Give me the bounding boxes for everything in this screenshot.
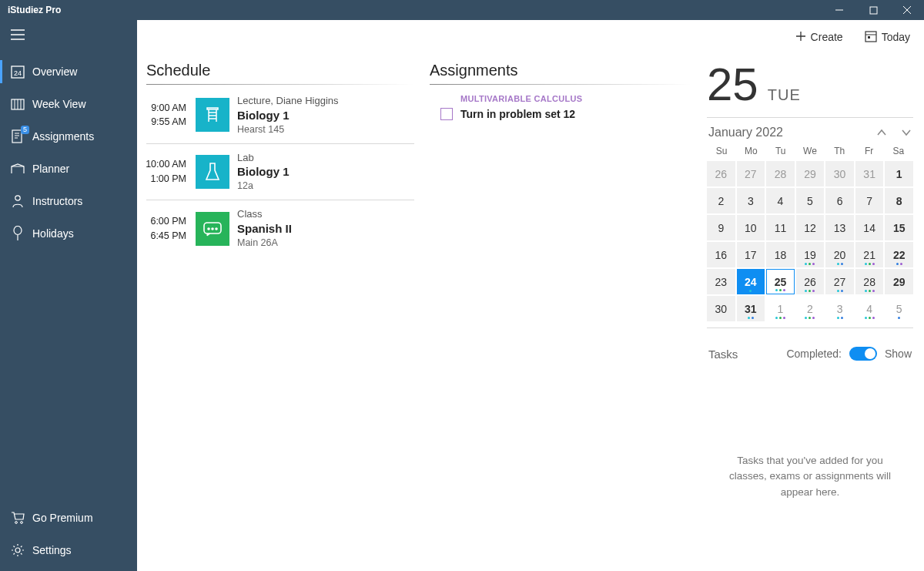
today-button[interactable]: Today <box>865 30 910 45</box>
calendar-day[interactable]: 2 <box>707 188 735 213</box>
title-bar: iStudiez Pro <box>0 0 924 20</box>
calendar-day[interactable]: 12 <box>796 215 825 240</box>
calendar-day[interactable]: 19 <box>796 242 825 267</box>
calendar-day[interactable]: 6 <box>825 188 854 213</box>
calendar-day[interactable]: 26 <box>796 269 825 294</box>
calendar-day[interactable]: 14 <box>855 215 884 240</box>
completed-toggle[interactable] <box>849 347 877 361</box>
person-icon <box>9 194 26 208</box>
calendar-prev-button[interactable] <box>876 126 887 139</box>
schedule-text: ClassSpanish IIMain 26A <box>237 207 292 250</box>
nav-holidays[interactable]: Holidays <box>0 217 137 250</box>
calendar-next-button[interactable] <box>901 126 912 139</box>
calendar-day[interactable]: 5 <box>796 188 825 213</box>
nav-label: Planner <box>32 163 69 175</box>
calendar-day[interactable]: 4 <box>766 188 795 213</box>
nav-assignments[interactable]: 5 Assignments <box>0 120 137 153</box>
calendar-day[interactable]: 3 <box>737 188 765 213</box>
cart-icon <box>9 512 26 524</box>
svg-rect-11 <box>868 36 870 39</box>
calendar-day[interactable]: 4 <box>855 296 884 321</box>
calendar-day[interactable]: 13 <box>825 215 854 240</box>
nav-instructors[interactable]: Instructors <box>0 185 137 217</box>
calendar-day[interactable]: 31 <box>855 161 884 186</box>
nav-overview[interactable]: 24 Overview <box>0 55 137 88</box>
schedule-item[interactable]: 10:00 AM1:00 PMLabBiology 112a <box>142 148 422 196</box>
calendar-day[interactable]: 29 <box>885 269 913 294</box>
schedule-text: LabBiology 112a <box>237 151 290 193</box>
schedule-item[interactable]: 9:00 AM9:55 AMLecture, Diane HigginsBiol… <box>142 91 422 139</box>
completed-label: Completed: <box>786 348 842 360</box>
gear-icon <box>9 543 26 557</box>
nav-planner[interactable]: Planner <box>0 153 137 185</box>
minimize-button[interactable] <box>822 0 856 20</box>
svg-point-6 <box>14 227 22 235</box>
calendar-day[interactable]: 18 <box>766 242 795 267</box>
schedule-text: Lecture, Diane HigginsBiology 1Hearst 14… <box>237 94 339 136</box>
assignment-row[interactable]: Turn in problem set 12 <box>422 106 699 122</box>
calendar-day[interactable]: 30 <box>707 296 735 321</box>
svg-rect-10 <box>865 32 876 42</box>
calendar-day[interactable]: 2 <box>796 296 825 321</box>
calendar-day[interactable]: 31 <box>737 296 765 321</box>
svg-point-13 <box>207 227 210 230</box>
calendar-day[interactable]: 30 <box>825 161 854 186</box>
svg-text:24: 24 <box>14 69 22 77</box>
assignment-title: Turn in problem set 12 <box>460 108 575 120</box>
assignments-column: Assignments MULTIVARIABLE CALCULUS Turn … <box>422 54 699 571</box>
nav-label: Week View <box>32 98 86 110</box>
calendar-day[interactable]: 9 <box>707 215 735 240</box>
calendar-dow: Sa <box>884 146 913 156</box>
close-button[interactable] <box>890 0 924 20</box>
calendar-day[interactable]: 7 <box>855 188 884 213</box>
calendar-day[interactable]: 27 <box>825 269 854 294</box>
sidebar: 24 Overview Week View 5 Assignments Plan… <box>0 20 137 571</box>
nav-settings[interactable]: Settings <box>0 534 137 566</box>
nav-label: Assignments <box>32 130 94 143</box>
create-button[interactable]: Create <box>795 31 843 44</box>
hamburger-button[interactable] <box>0 20 137 49</box>
calendar-day[interactable]: 21 <box>855 242 884 267</box>
calendar-day[interactable]: 23 <box>707 269 735 294</box>
schedule-times: 9:00 AM9:55 AM <box>142 101 188 130</box>
nav-label: Holidays <box>32 227 74 240</box>
calendar-day[interactable]: 25 <box>766 269 795 294</box>
calendar-day[interactable]: 11 <box>766 215 795 240</box>
assignments-heading: Assignments <box>422 54 699 84</box>
calendar-day[interactable]: 1 <box>766 296 795 321</box>
maximize-button[interactable] <box>856 0 890 20</box>
today-label: Today <box>882 31 910 43</box>
calendar-day[interactable]: 22 <box>885 242 913 267</box>
calendar-day[interactable]: 24 <box>737 269 765 294</box>
app-title: iStudiez Pro <box>0 5 61 15</box>
schedule-item[interactable]: 6:00 PM6:45 PMClassSpanish IIMain 26A <box>142 204 422 253</box>
calendar-day[interactable]: 28 <box>855 269 884 294</box>
course-icon <box>196 212 229 246</box>
big-date: 25 TUE <box>707 62 913 113</box>
calendar-day[interactable]: 5 <box>885 296 913 321</box>
calendar-day-icon: 24 <box>9 65 26 79</box>
calendar-day[interactable]: 3 <box>825 296 854 321</box>
tasks-empty-message: Tasks that you've added for you classes,… <box>707 361 913 500</box>
assignment-icon: 5 <box>9 129 26 143</box>
calendar-day[interactable]: 17 <box>737 242 765 267</box>
calendar-dow: Fr <box>854 146 883 156</box>
calendar-day[interactable]: 26 <box>707 161 735 186</box>
calendar-day[interactable]: 10 <box>737 215 765 240</box>
calendar-day[interactable]: 15 <box>885 215 913 240</box>
svg-point-15 <box>215 227 218 230</box>
assignment-checkbox[interactable] <box>440 108 453 120</box>
nav-week-view[interactable]: Week View <box>0 88 137 120</box>
nav-go-premium[interactable]: Go Premium <box>0 502 137 534</box>
calendar-day[interactable]: 1 <box>885 161 913 186</box>
calendar-day[interactable]: 8 <box>885 188 913 213</box>
calendar-day[interactable]: 20 <box>825 242 854 267</box>
calendar-day[interactable]: 16 <box>707 242 735 267</box>
nav-label: Settings <box>32 544 72 556</box>
calendar-today-icon <box>865 30 877 45</box>
planner-icon <box>9 163 26 175</box>
calendar-day[interactable]: 29 <box>796 161 825 186</box>
calendar-day[interactable]: 27 <box>737 161 765 186</box>
calendar-day[interactable]: 28 <box>766 161 795 186</box>
svg-rect-0 <box>870 7 877 14</box>
